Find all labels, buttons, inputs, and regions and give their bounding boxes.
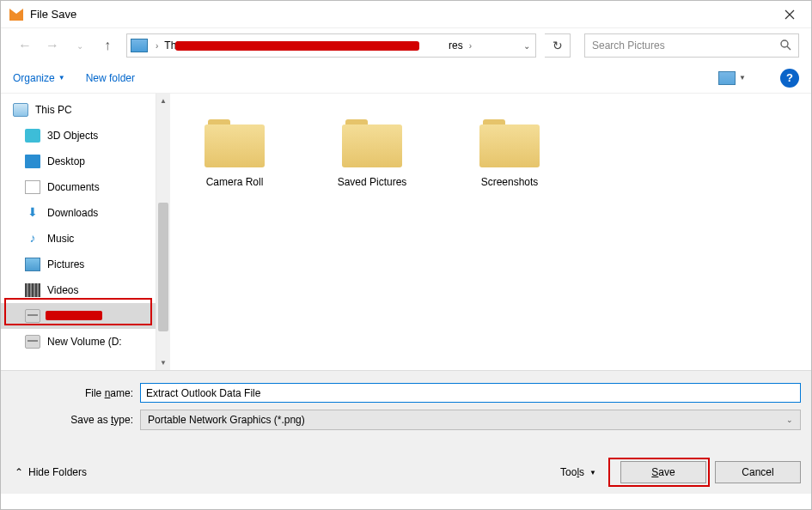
location-icon [131, 39, 148, 52]
svg-point-2 [781, 40, 788, 47]
window-title: File Save [30, 8, 76, 21]
nav-drive-d[interactable]: New Volume (D: [1, 329, 156, 355]
nav-label: Pictures [47, 258, 84, 270]
chevron-up-icon: ⌃ [15, 466, 23, 478]
cube-icon [25, 129, 40, 143]
nav-label: Documents [47, 181, 100, 193]
pictures-icon [25, 258, 40, 271]
saveastype-label: Save as type: [11, 414, 140, 426]
folder-icon [479, 119, 540, 167]
forward-button[interactable]: → [40, 35, 64, 56]
view-options-button[interactable]: ▼ [713, 70, 751, 87]
drive-icon [25, 335, 40, 349]
cancel-button[interactable]: Cancel [715, 461, 801, 483]
nav-documents[interactable]: Documents [1, 174, 156, 200]
scroll-down-button[interactable]: ▼ [156, 355, 170, 370]
folder-label: Camera Roll [206, 176, 264, 188]
saveastype-value: Portable Network Graphics (*.png) [148, 414, 305, 426]
nav-label: Music [47, 233, 74, 245]
svg-line-3 [787, 46, 791, 50]
search-icon [779, 39, 791, 53]
chevron-right-icon: › [153, 41, 161, 51]
refresh-button[interactable]: ↻ [545, 33, 571, 58]
breadcrumb-tail[interactable]: res [445, 39, 467, 52]
nav-downloads[interactable]: Downloads [1, 200, 156, 226]
file-list[interactable]: Camera Roll Saved Pictures Screenshots [170, 94, 811, 370]
folder-label: Screenshots [481, 176, 539, 188]
picture-icon [718, 71, 736, 85]
nav-desktop[interactable]: Desktop [1, 149, 156, 174]
redacted-drive-label [46, 311, 102, 320]
nav-this-pc[interactable]: This PC [1, 97, 156, 123]
sidebar-scrollbar[interactable]: ▲ ▼ [156, 94, 170, 370]
up-button[interactable]: ↑ [95, 35, 119, 56]
back-button[interactable]: ← [13, 35, 37, 56]
nav-label: 3D Objects [47, 130, 98, 142]
nav-music[interactable]: Music [1, 226, 156, 252]
navigation-tree: This PC 3D Objects Desktop Documents Dow… [1, 94, 156, 370]
chevron-right-icon: › [467, 41, 474, 51]
tools-button[interactable]: Tools ▼ [560, 466, 596, 478]
close-button[interactable] [770, 2, 809, 27]
chevron-down-icon: ▼ [589, 469, 596, 477]
address-bar[interactable]: › This res › ⌄ [126, 33, 536, 58]
address-dropdown[interactable]: ⌄ [523, 41, 530, 51]
filename-label: File name: [11, 387, 140, 399]
chevron-down-icon: ⌄ [786, 416, 793, 424]
recent-dropdown[interactable]: ⌄ [68, 35, 92, 56]
save-button[interactable]: Save [620, 461, 706, 483]
download-icon [25, 206, 40, 220]
folder-screenshots[interactable]: Screenshots [462, 119, 557, 188]
saveastype-dropdown[interactable]: Portable Network Graphics (*.png) ⌄ [140, 410, 801, 430]
close-icon [785, 9, 795, 20]
nav-label: Downloads [47, 207, 98, 219]
nav-label: This PC [35, 104, 72, 116]
drive-icon [25, 309, 40, 323]
music-icon [25, 232, 40, 246]
help-button[interactable]: ? [780, 69, 799, 88]
hide-folders-button[interactable]: ⌃ Hide Folders [11, 466, 87, 478]
folder-label: Saved Pictures [338, 176, 407, 188]
organize-label: Organize [13, 72, 55, 84]
redacted-path [175, 41, 419, 51]
folder-saved-pictures[interactable]: Saved Pictures [325, 119, 419, 188]
organize-button[interactable]: Organize ▼ [13, 72, 65, 84]
app-icon [9, 9, 23, 21]
search-placeholder: Search Pictures [592, 39, 665, 52]
chevron-down-icon: ▼ [58, 74, 65, 82]
documents-icon [25, 180, 40, 194]
nav-pictures[interactable]: Pictures [1, 252, 156, 277]
pc-icon [13, 103, 28, 117]
new-folder-button[interactable]: New folder [86, 72, 135, 84]
nav-label: New Volume (D: [47, 336, 122, 348]
nav-label: Desktop [47, 155, 85, 167]
scroll-up-button[interactable]: ▲ [156, 94, 170, 108]
videos-icon [25, 283, 40, 297]
folder-icon [205, 119, 265, 167]
nav-label: Videos [47, 284, 78, 296]
folder-icon [342, 119, 402, 167]
nav-3d-objects[interactable]: 3D Objects [1, 123, 156, 149]
desktop-icon [25, 155, 40, 168]
folder-camera-roll[interactable]: Camera Roll [187, 119, 282, 188]
nav-drive-c[interactable] [1, 303, 156, 329]
filename-input[interactable] [140, 383, 801, 403]
hide-folders-label: Hide Folders [28, 466, 87, 478]
scroll-thumb[interactable] [158, 203, 168, 331]
nav-videos[interactable]: Videos [1, 277, 156, 303]
chevron-down-icon: ▼ [739, 74, 746, 82]
search-input[interactable]: Search Pictures [584, 33, 799, 58]
